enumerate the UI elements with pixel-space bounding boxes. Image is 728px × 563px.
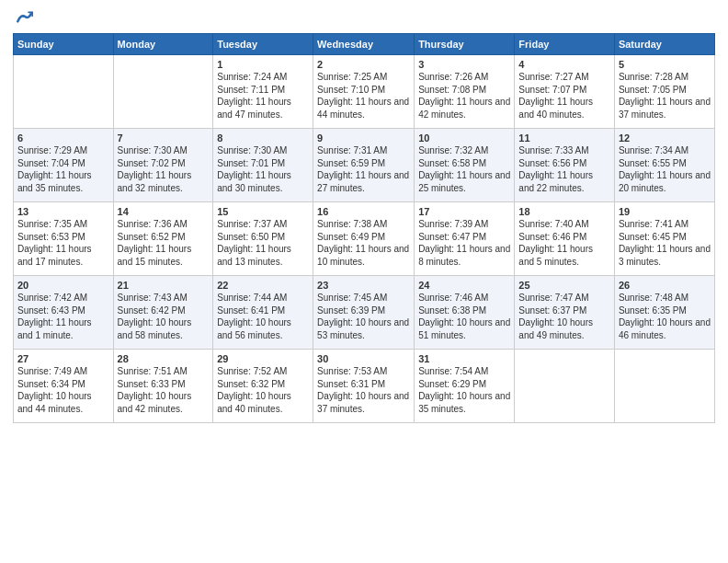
- day-cell: 23Sunrise: 7:45 AM Sunset: 6:39 PM Dayli…: [313, 276, 415, 350]
- day-cell: 7Sunrise: 7:30 AM Sunset: 7:02 PM Daylig…: [113, 129, 213, 202]
- week-row-2: 13Sunrise: 7:35 AM Sunset: 6:53 PM Dayli…: [14, 202, 715, 276]
- day-number: 27: [17, 353, 109, 364]
- day-cell: 1Sunrise: 7:24 AM Sunset: 7:11 PM Daylig…: [213, 55, 313, 129]
- day-number: 17: [418, 206, 510, 217]
- day-info: Sunrise: 7:24 AM Sunset: 7:11 PM Dayligh…: [217, 71, 309, 121]
- day-info: Sunrise: 7:25 AM Sunset: 7:10 PM Dayligh…: [317, 71, 410, 121]
- dow-header-thursday: Thursday: [415, 34, 515, 55]
- day-number: 15: [217, 206, 309, 217]
- day-cell: 18Sunrise: 7:40 AM Sunset: 6:46 PM Dayli…: [515, 202, 615, 276]
- day-number: 9: [317, 132, 410, 144]
- day-number: 29: [217, 353, 309, 364]
- day-info: Sunrise: 7:45 AM Sunset: 6:39 PM Dayligh…: [317, 292, 410, 341]
- day-info: Sunrise: 7:36 AM Sunset: 6:52 PM Dayligh…: [118, 218, 210, 268]
- day-cell: [113, 55, 213, 129]
- calendar-body: 1Sunrise: 7:24 AM Sunset: 7:11 PM Daylig…: [14, 55, 715, 423]
- day-number: 5: [619, 59, 711, 70]
- day-cell: 22Sunrise: 7:44 AM Sunset: 6:41 PM Dayli…: [213, 276, 313, 350]
- day-info: Sunrise: 7:34 AM Sunset: 6:55 PM Dayligh…: [619, 144, 711, 194]
- day-cell: 2Sunrise: 7:25 AM Sunset: 7:10 PM Daylig…: [313, 55, 415, 129]
- day-number: 11: [518, 132, 610, 144]
- day-info: Sunrise: 7:28 AM Sunset: 7:05 PM Dayligh…: [619, 71, 711, 121]
- day-info: Sunrise: 7:49 AM Sunset: 6:34 PM Dayligh…: [17, 365, 109, 415]
- day-number: 19: [619, 206, 711, 217]
- day-info: Sunrise: 7:30 AM Sunset: 7:01 PM Dayligh…: [217, 144, 309, 194]
- day-number: 12: [619, 132, 711, 144]
- day-info: Sunrise: 7:37 AM Sunset: 6:50 PM Dayligh…: [217, 218, 309, 268]
- day-number: 6: [17, 132, 109, 144]
- day-cell: 11Sunrise: 7:33 AM Sunset: 6:56 PM Dayli…: [515, 129, 615, 202]
- day-info: Sunrise: 7:39 AM Sunset: 6:47 PM Dayligh…: [418, 218, 510, 268]
- day-cell: 28Sunrise: 7:51 AM Sunset: 6:33 PM Dayli…: [113, 350, 213, 423]
- day-cell: 5Sunrise: 7:28 AM Sunset: 7:05 PM Daylig…: [614, 55, 714, 129]
- day-cell: 4Sunrise: 7:27 AM Sunset: 7:07 PM Daylig…: [515, 55, 615, 129]
- day-cell: 30Sunrise: 7:53 AM Sunset: 6:31 PM Dayli…: [313, 350, 415, 423]
- day-cell: 17Sunrise: 7:39 AM Sunset: 6:47 PM Dayli…: [415, 202, 515, 276]
- day-number: 22: [217, 280, 309, 291]
- day-info: Sunrise: 7:54 AM Sunset: 6:29 PM Dayligh…: [418, 365, 510, 415]
- week-row-0: 1Sunrise: 7:24 AM Sunset: 7:11 PM Daylig…: [14, 55, 715, 129]
- day-info: Sunrise: 7:41 AM Sunset: 6:45 PM Dayligh…: [619, 218, 711, 268]
- day-number: 10: [418, 132, 510, 144]
- day-info: Sunrise: 7:53 AM Sunset: 6:31 PM Dayligh…: [317, 365, 410, 415]
- day-number: 13: [17, 206, 109, 217]
- day-cell: 8Sunrise: 7:30 AM Sunset: 7:01 PM Daylig…: [213, 129, 313, 202]
- day-info: Sunrise: 7:48 AM Sunset: 6:35 PM Dayligh…: [619, 292, 711, 341]
- day-number: 3: [418, 59, 510, 70]
- day-cell: 3Sunrise: 7:26 AM Sunset: 7:08 PM Daylig…: [415, 55, 515, 129]
- day-cell: [14, 55, 114, 129]
- day-cell: 26Sunrise: 7:48 AM Sunset: 6:35 PM Dayli…: [614, 276, 714, 350]
- day-cell: 21Sunrise: 7:43 AM Sunset: 6:42 PM Dayli…: [113, 276, 213, 350]
- day-number: 31: [418, 353, 510, 364]
- day-cell: 31Sunrise: 7:54 AM Sunset: 6:29 PM Dayli…: [415, 350, 515, 423]
- week-row-4: 27Sunrise: 7:49 AM Sunset: 6:34 PM Dayli…: [14, 350, 715, 423]
- day-cell: 29Sunrise: 7:52 AM Sunset: 6:32 PM Dayli…: [213, 350, 313, 423]
- day-info: Sunrise: 7:29 AM Sunset: 7:04 PM Dayligh…: [17, 144, 109, 194]
- day-number: 1: [217, 59, 309, 70]
- day-cell: [614, 350, 714, 423]
- day-cell: 12Sunrise: 7:34 AM Sunset: 6:55 PM Dayli…: [614, 129, 714, 202]
- day-number: 2: [317, 59, 410, 70]
- day-info: Sunrise: 7:52 AM Sunset: 6:32 PM Dayligh…: [217, 365, 309, 415]
- days-of-week-row: SundayMondayTuesdayWednesdayThursdayFrid…: [14, 34, 715, 55]
- day-info: Sunrise: 7:35 AM Sunset: 6:53 PM Dayligh…: [17, 218, 109, 268]
- day-cell: 16Sunrise: 7:38 AM Sunset: 6:49 PM Dayli…: [313, 202, 415, 276]
- day-info: Sunrise: 7:26 AM Sunset: 7:08 PM Dayligh…: [418, 71, 510, 121]
- dow-header-friday: Friday: [515, 34, 615, 55]
- logo: [13, 9, 33, 26]
- day-number: 30: [317, 353, 410, 364]
- day-cell: 15Sunrise: 7:37 AM Sunset: 6:50 PM Dayli…: [213, 202, 313, 276]
- calendar-table: SundayMondayTuesdayWednesdayThursdayFrid…: [13, 33, 715, 423]
- day-number: 7: [118, 132, 210, 144]
- day-info: Sunrise: 7:43 AM Sunset: 6:42 PM Dayligh…: [118, 292, 210, 341]
- dow-header-tuesday: Tuesday: [213, 34, 313, 55]
- week-row-3: 20Sunrise: 7:42 AM Sunset: 6:43 PM Dayli…: [14, 276, 715, 350]
- day-cell: 13Sunrise: 7:35 AM Sunset: 6:53 PM Dayli…: [14, 202, 114, 276]
- calendar-container: SundayMondayTuesdayWednesdayThursdayFrid…: [0, 0, 728, 563]
- day-info: Sunrise: 7:30 AM Sunset: 7:02 PM Dayligh…: [118, 144, 210, 194]
- week-row-1: 6Sunrise: 7:29 AM Sunset: 7:04 PM Daylig…: [14, 129, 715, 202]
- day-number: 18: [518, 206, 610, 217]
- day-info: Sunrise: 7:44 AM Sunset: 6:41 PM Dayligh…: [217, 292, 309, 341]
- day-info: Sunrise: 7:40 AM Sunset: 6:46 PM Dayligh…: [518, 218, 610, 268]
- day-info: Sunrise: 7:33 AM Sunset: 6:56 PM Dayligh…: [518, 144, 610, 194]
- day-number: 23: [317, 280, 410, 291]
- day-number: 16: [317, 206, 410, 217]
- day-cell: 20Sunrise: 7:42 AM Sunset: 6:43 PM Dayli…: [14, 276, 114, 350]
- dow-header-sunday: Sunday: [14, 34, 114, 55]
- day-cell: [515, 350, 615, 423]
- day-info: Sunrise: 7:47 AM Sunset: 6:37 PM Dayligh…: [518, 292, 610, 341]
- day-info: Sunrise: 7:27 AM Sunset: 7:07 PM Dayligh…: [518, 71, 610, 121]
- day-info: Sunrise: 7:46 AM Sunset: 6:38 PM Dayligh…: [418, 292, 510, 341]
- day-cell: 24Sunrise: 7:46 AM Sunset: 6:38 PM Dayli…: [415, 276, 515, 350]
- day-cell: 19Sunrise: 7:41 AM Sunset: 6:45 PM Dayli…: [614, 202, 714, 276]
- day-info: Sunrise: 7:38 AM Sunset: 6:49 PM Dayligh…: [317, 218, 410, 268]
- day-number: 24: [418, 280, 510, 291]
- day-cell: 9Sunrise: 7:31 AM Sunset: 6:59 PM Daylig…: [313, 129, 415, 202]
- dow-header-monday: Monday: [113, 34, 213, 55]
- dow-header-saturday: Saturday: [614, 34, 714, 55]
- day-number: 8: [217, 132, 309, 144]
- day-number: 4: [518, 59, 610, 70]
- day-number: 21: [118, 280, 210, 291]
- day-cell: 10Sunrise: 7:32 AM Sunset: 6:58 PM Dayli…: [415, 129, 515, 202]
